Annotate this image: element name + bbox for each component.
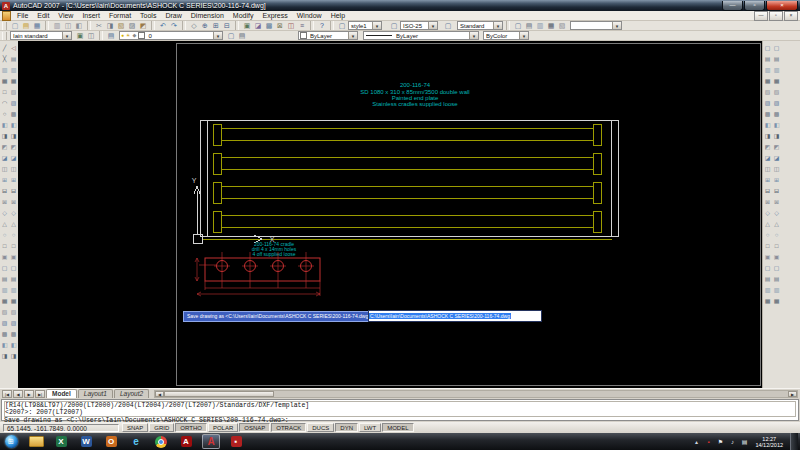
redo-icon[interactable]: ↷ [169,21,179,30]
menu-draw[interactable]: Draw [161,11,185,20]
tab-layout2[interactable]: Layout2 [114,389,149,398]
mirror-icon[interactable]: ▥ [9,66,18,74]
draworder-bring-to-front-icon[interactable]: ◇ [772,209,781,217]
layer-properties-manager-icon[interactable]: ▤ [106,31,116,40]
status-toggle-otrack[interactable]: OTRACK [271,423,306,432]
3d-orbit-icon[interactable]: ▢ [772,264,781,272]
taskbar-clock[interactable]: 12:27 14/12/2012 [752,436,786,448]
named-ucs-icon[interactable]: ▤ [772,275,781,283]
ellipse-icon[interactable]: ◩ [0,143,9,151]
table-icon[interactable]: ○ [0,231,9,239]
object-properties-icon[interactable]: ◨ [9,352,18,360]
status-toggle-dyn[interactable]: DYN [335,423,358,432]
osnap-perpendicular-icon[interactable]: ◨ [772,132,781,140]
taskbar-internet-explorer[interactable]: e [127,434,145,449]
dim-update-icon[interactable]: △ [763,220,772,228]
dim-radius-icon[interactable]: ▧ [763,88,772,96]
boundary-icon[interactable]: ▥ [0,286,9,294]
osnap-node-icon[interactable]: ◫ [772,165,781,173]
measure-icon[interactable]: ▤ [0,275,9,283]
show-hidden-icons-icon[interactable]: ▴ [692,438,700,445]
polyline-edit-icon[interactable]: ○ [9,231,18,239]
extend-icon[interactable]: ◪ [9,154,18,162]
menu-format[interactable]: Format [105,11,135,20]
undo-icon[interactable]: ↶ [158,21,168,30]
insert-block-icon[interactable]: ◫ [0,165,9,173]
network-icon[interactable]: ▤ [740,438,748,445]
multileader-style-icon[interactable]: ▦ [546,21,556,30]
scale-icon[interactable]: ◧ [9,121,18,129]
taskbar-outlook[interactable]: O [102,434,120,449]
taskbar-app-red[interactable]: ▪ [227,434,245,449]
regen-icon[interactable]: ▧ [9,308,18,316]
trim-icon[interactable]: ◩ [9,143,18,151]
align-icon[interactable]: ▢ [9,264,18,272]
osnap-extension-icon[interactable]: ▧ [772,88,781,96]
menu-insert[interactable]: Insert [78,11,104,20]
table-style-manager-icon[interactable]: ▢ [443,21,453,30]
circle-icon[interactable]: ○ [0,110,9,118]
close-button[interactable]: × [766,1,798,11]
dim-diameter-icon[interactable]: ▩ [763,110,772,118]
menu-window[interactable]: Window [293,11,326,20]
style-combo[interactable]: style1 ▾ [348,21,382,30]
id-point-icon[interactable]: ▥ [763,286,772,294]
osnap-nearest-icon[interactable]: ⊞ [772,176,781,184]
toolbar-grip[interactable] [2,32,7,40]
layer-lock-icon[interactable]: ◆ [133,31,137,40]
stretch-icon[interactable]: ◨ [9,132,18,140]
properties-icon[interactable]: ▣ [242,21,252,30]
tab-prev-button[interactable]: ◀ [13,390,23,398]
point-icon[interactable]: ⊟ [0,187,9,195]
dim-edit-icon[interactable]: ⊠ [763,198,772,206]
offset-icon[interactable]: ▦ [9,77,18,85]
scrollbar-track[interactable] [274,391,788,397]
volume-icon[interactable]: ♪ [728,439,736,445]
ucs-icon[interactable]: ◧ [9,341,18,349]
quick-dimension-icon[interactable]: ◨ [763,132,772,140]
taskbar-word[interactable]: W [77,434,95,449]
osnap-endpoint-icon[interactable]: ▢ [772,44,781,52]
combo-arrow-icon[interactable]: ▾ [493,22,502,29]
osnap-apparent-intersection-icon[interactable]: ▦ [772,77,781,85]
draworder-above-icon[interactable]: ○ [772,231,781,239]
workspace-combo[interactable]: ▾ [570,21,622,30]
taskbar-chrome[interactable] [152,434,170,449]
move-icon[interactable]: ▨ [9,99,18,107]
menu-express[interactable]: Express [258,11,291,20]
osnap-parallel-icon[interactable]: ◩ [772,143,781,151]
update-style-icon[interactable]: ◫ [86,31,96,40]
status-toggle-model[interactable]: MODEL [382,423,413,432]
taskbar-windows-explorer[interactable] [27,434,45,449]
menu-view[interactable]: View [54,11,77,20]
make-block-icon[interactable]: ⊞ [0,176,9,184]
tab-model[interactable]: Model [46,389,77,398]
construction-line-icon[interactable]: ╳ [0,55,9,63]
draworder-send-to-back-icon[interactable]: △ [772,220,781,228]
array-icon[interactable]: ▧ [9,88,18,96]
layer-combo[interactable]: ● ☀ ◆ 0 ▾ [119,31,223,40]
draworder-below-icon[interactable]: □ [772,242,781,250]
multiline-text-icon[interactable]: □ [0,242,9,250]
dim-angular-icon[interactable]: ◧ [763,121,772,129]
osnap-center-icon[interactable]: ▨ [772,99,781,107]
polyline-icon[interactable]: ▥ [0,66,9,74]
horizontal-scrollbar[interactable]: ◀ ▶ [154,390,798,398]
linetype-combo[interactable]: ByLayer ▾ [363,31,479,40]
paste-icon[interactable]: ▧ [116,21,126,30]
join-icon[interactable]: ⊟ [9,187,18,195]
dim-aligned-icon[interactable]: ▤ [763,55,772,63]
menu-edit[interactable]: Edit [33,11,53,20]
wipeout-icon[interactable]: ▦ [0,297,9,305]
coordinates-readout[interactable]: 65.1445, -161.7849, 0.0000 [3,424,119,432]
distance-icon[interactable]: □ [763,242,772,250]
plot-style-icon[interactable]: ▧ [557,21,567,30]
combo-arrow-icon[interactable]: ▾ [612,22,621,29]
toolbar-grip[interactable] [2,22,7,30]
publish-icon[interactable]: ◧ [74,21,84,30]
make-object-layer-current-icon[interactable]: ▢ [226,31,236,40]
zoom-window-icon[interactable]: ⊞ [211,21,221,30]
area-icon[interactable]: ▣ [763,253,772,261]
combo-arrow-icon[interactable]: ▾ [469,32,478,39]
designcenter-icon[interactable]: ◪ [253,21,263,30]
